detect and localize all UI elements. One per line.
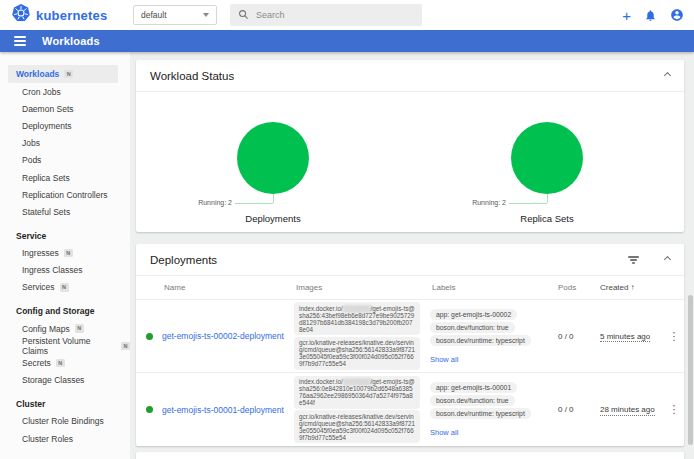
namespace-selector[interactable]: default <box>133 5 217 25</box>
pods-count: 0 / 0 <box>552 405 592 414</box>
sidebar-item-persistent-volume-claims[interactable]: Persistent Volume Claims N <box>0 337 130 354</box>
namespaced-badge: N <box>75 324 84 333</box>
sidebar-heading-service: Service <box>0 227 130 245</box>
sidebar-item-label: Secrets <box>22 358 51 368</box>
chart-connector-line <box>509 203 547 204</box>
sidebar-item-label: Stateful Sets <box>22 207 70 217</box>
namespace-selected-value: default <box>141 10 203 20</box>
deployment-name-link[interactable]: get-emojis-ts-00001-deployment <box>162 405 294 415</box>
sidebar-item-label: Cluster Roles <box>22 434 73 444</box>
column-header-created[interactable]: Created↑ <box>592 283 664 292</box>
sidebar-item-label: Replication Controllers <box>22 190 108 200</box>
search-icon <box>238 6 249 24</box>
label-chip: boson.dev/runtime: typescript <box>430 408 531 419</box>
sidebar-item-label: Ingresses <box>22 248 59 258</box>
sidebar-item-cluster-role-bindings[interactable]: Cluster Role Bindings <box>0 413 130 430</box>
label-chip: boson.dev/function: true <box>430 322 515 333</box>
sidebar-item-daemon-sets[interactable]: Daemon Sets <box>0 100 130 117</box>
status-running-dot <box>146 333 153 340</box>
top-header: kubernetes default + <box>0 0 694 30</box>
sidebar-item-pods[interactable]: Pods <box>0 152 130 169</box>
sidebar-item-jobs[interactable]: Jobs <box>0 135 130 152</box>
row-kebab-menu-icon[interactable]: ⋮ <box>664 403 684 416</box>
namespaced-badge: N <box>56 359 65 368</box>
notifications-bell-icon[interactable] <box>644 9 657 22</box>
collapse-chevron-up-icon[interactable] <box>664 72 671 79</box>
table-header-row: Name Images Labels Pods Created↑ <box>136 276 684 300</box>
create-resource-button[interactable]: + <box>622 8 631 23</box>
collapse-chevron-up-icon[interactable] <box>664 256 671 263</box>
sidebar-item-label: Pods <box>22 155 41 165</box>
sidebar-item-label: Ingress Classes <box>22 265 82 275</box>
chevron-down-icon <box>203 13 209 17</box>
sidebar-item-label: Cluster Role Bindings <box>22 416 104 426</box>
label-chip: app: get-emojis-ts-00001 <box>430 382 517 393</box>
deployments-card: Deployments Name Images Labels Pods Crea… <box>136 244 684 446</box>
column-header-pods[interactable]: Pods <box>552 283 592 292</box>
show-all-labels-link[interactable]: Show all <box>430 428 458 437</box>
relative-time: 28 minutes ago <box>600 405 655 416</box>
user-account-icon[interactable] <box>670 8 684 22</box>
sidebar-item-services[interactable]: Services N <box>0 279 130 296</box>
deployments-pie <box>237 122 309 194</box>
vertical-scrollbar-thumb[interactable] <box>688 295 693 445</box>
sidebar-item-ingresses[interactable]: Ingresses N <box>0 245 130 262</box>
label-chip: app: get-emojis-ts-00002 <box>430 309 517 320</box>
workload-status-card: Workload Status Running: 2 Deployments R… <box>136 60 684 232</box>
sidebar-item-label: Daemon Sets <box>22 104 74 114</box>
table-row: get-emojis-ts-00002-deployment index.doc… <box>136 300 684 373</box>
namespaced-badge: N <box>121 342 130 351</box>
sidebar-item-cluster-roles[interactable]: Cluster Roles <box>0 430 130 447</box>
workload-status-title: Workload Status <box>150 70 665 82</box>
sidebar-item-stateful-sets[interactable]: Stateful Sets <box>0 203 130 220</box>
kubernetes-logo-icon <box>12 4 30 26</box>
deployment-name-link[interactable]: get-emojis-ts-00002-deployment <box>162 331 294 341</box>
filter-icon[interactable] <box>628 255 639 264</box>
sidebar-item-secrets[interactable]: Secrets N <box>0 354 130 371</box>
label-chip: boson.dev/function: true <box>430 395 515 406</box>
page-title: Workloads <box>42 35 100 47</box>
app-toolbar: Workloads <box>0 30 694 52</box>
label-chip: boson.dev/runtime: typescript <box>430 335 531 346</box>
search-bar[interactable] <box>230 4 422 26</box>
column-header-labels: Labels <box>430 283 552 292</box>
sidebar-item-label: Workloads <box>16 69 59 79</box>
sidebar-item-config-maps[interactable]: Config Maps N <box>0 320 130 337</box>
relative-time: 5 minutes ago <box>600 332 650 343</box>
search-input[interactable] <box>256 10 414 20</box>
sidebar-item-workloads[interactable]: Workloads N <box>8 65 118 83</box>
chart-connector-line <box>273 194 274 203</box>
hamburger-menu-icon[interactable] <box>14 34 26 48</box>
sort-ascending-arrow-icon: ↑ <box>630 283 634 292</box>
chart-caption: Replica Sets <box>410 213 684 224</box>
sidebar-item-cron-jobs[interactable]: Cron Jobs <box>0 83 130 100</box>
sidebar-heading-cluster: Cluster <box>0 395 130 413</box>
chart-connector-line <box>547 194 548 203</box>
sidebar-item-deployments[interactable]: Deployments <box>0 117 130 134</box>
namespaced-badge: N <box>60 283 69 292</box>
row-kebab-menu-icon[interactable]: ⋮ <box>664 330 684 343</box>
sidebar-item-label: Persistent Volume Claims <box>22 336 116 356</box>
kubernetes-logo-home[interactable]: kubernetes <box>12 0 107 30</box>
show-all-labels-link[interactable]: Show all <box>430 355 458 364</box>
sidebar-item-replica-sets[interactable]: Replica Sets <box>0 169 130 186</box>
created-timestamp: 5 minutes ago <box>592 332 664 341</box>
images-cell: index.docker.io/▒▒▒▒▒▒▒/get-emojis-ts@sh… <box>294 374 430 445</box>
running-count-label: Running: 2 <box>198 199 232 206</box>
replica-sets-status-chart: Running: 2 Replica Sets <box>410 92 684 231</box>
sidebar-item-storage-classes[interactable]: Storage Classes <box>0 372 130 389</box>
brand-text: kubernetes <box>36 8 107 23</box>
sidebar-item-ingress-classes[interactable]: Ingress Classes <box>0 262 130 279</box>
image-text: index.docker.io/ <box>299 378 343 385</box>
sidebar-item-label: Cron Jobs <box>22 87 61 97</box>
sidebar-nav: Workloads N Cron Jobs Daemon Sets Deploy… <box>0 52 130 459</box>
namespaced-badge: N <box>64 70 73 79</box>
column-header-name[interactable]: Name <box>162 283 294 292</box>
sidebar-item-label: Storage Classes <box>22 375 84 385</box>
sidebar-item-replication-controllers[interactable]: Replication Controllers <box>0 186 130 203</box>
deployments-title: Deployments <box>150 254 628 266</box>
labels-cell: app: get-emojis-ts-00001 boson.dev/funct… <box>430 380 552 439</box>
deployments-status-chart: Running: 2 Deployments <box>136 92 410 231</box>
column-header-created-label: Created <box>600 283 628 292</box>
created-timestamp: 28 minutes ago <box>592 405 664 414</box>
